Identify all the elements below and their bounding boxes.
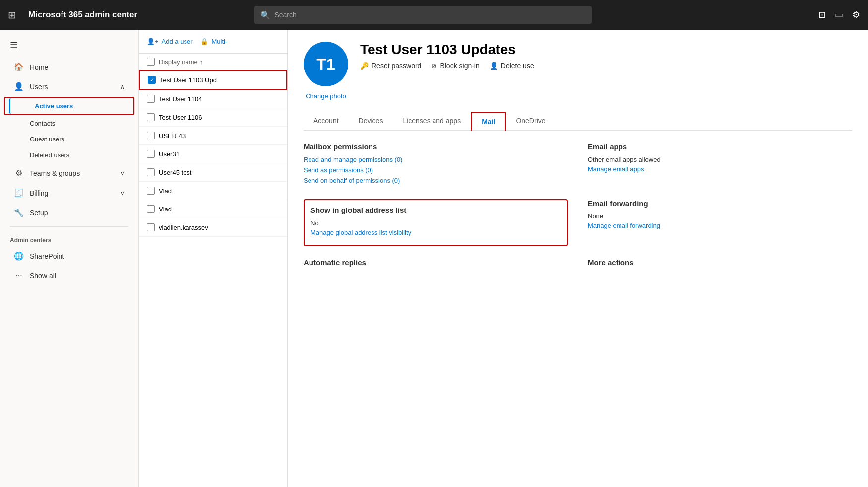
sidebar-item-show-all[interactable]: ··· Show all bbox=[4, 266, 134, 285]
user-checkbox[interactable] bbox=[147, 150, 155, 158]
sharepoint-icon: 🌐 bbox=[14, 251, 24, 261]
sort-icon: ↑ bbox=[200, 58, 203, 66]
user-row[interactable]: Vlad bbox=[139, 200, 287, 218]
sidebar-divider bbox=[10, 226, 128, 227]
global-address-title: Show in global address list bbox=[310, 206, 561, 214]
mailbox-permissions-title: Mailbox permissions bbox=[304, 142, 568, 151]
read-manage-link[interactable]: Read and manage permissions (0) bbox=[304, 156, 568, 163]
sidebar-group-teams[interactable]: ⚙ Teams & groups ∨ bbox=[4, 163, 134, 183]
global-address-section: Show in global address list No Manage gl… bbox=[304, 199, 568, 246]
email-forwarding-section: Email forwarding None Manage email forwa… bbox=[588, 199, 852, 246]
user-row[interactable]: Test User 1104 bbox=[139, 90, 287, 108]
terminal-icon[interactable]: ⊡ bbox=[818, 9, 826, 20]
user-checkbox[interactable] bbox=[147, 132, 155, 139]
mailbox-permissions-section: Mailbox permissions Read and manage perm… bbox=[304, 142, 568, 187]
display-name-header[interactable]: Display name ↑ bbox=[159, 58, 203, 66]
automatic-replies-section: Automatic replies bbox=[304, 258, 568, 272]
settings-icon[interactable]: ⚙ bbox=[852, 9, 860, 20]
manage-global-address-link[interactable]: Manage global address list visibility bbox=[310, 229, 561, 236]
tab-onedrive[interactable]: OneDrive bbox=[506, 112, 555, 131]
multi-button[interactable]: 🔒 Multi- bbox=[200, 36, 227, 47]
user-checkbox[interactable] bbox=[147, 223, 155, 231]
user-name: vladilen.karassev bbox=[159, 224, 208, 231]
admin-centers-label: Admin centers bbox=[0, 231, 138, 246]
tablet-icon[interactable]: ▭ bbox=[835, 9, 843, 20]
active-users-container: Active users bbox=[4, 97, 134, 115]
user-name: Vlad bbox=[159, 187, 172, 195]
email-forwarding-title: Email forwarding bbox=[588, 199, 852, 208]
waffle-icon[interactable]: ⊞ bbox=[8, 9, 16, 21]
topbar: ⊞ Microsoft 365 admin center 🔍 ⊡ ▭ ⚙ bbox=[0, 0, 868, 30]
more-icon: ··· bbox=[14, 271, 24, 280]
user-checkbox[interactable] bbox=[147, 168, 155, 176]
user-row[interactable]: ✓ Test User 1103 Upd bbox=[139, 70, 287, 90]
sidebar-billing-label: Billing bbox=[30, 189, 48, 197]
email-apps-title: Email apps bbox=[588, 142, 852, 151]
teams-icon: ⚙ bbox=[14, 168, 24, 178]
delete-user-icon: 👤 bbox=[490, 62, 498, 70]
user-checkbox[interactable] bbox=[147, 187, 155, 195]
content-area: 👤+ Add a user 🔒 Multi- Display name ↑ ✓ … bbox=[139, 30, 868, 487]
sidebar-item-home[interactable]: 🏠 Home bbox=[4, 57, 134, 76]
sidebar-teams-label: Teams & groups bbox=[30, 169, 80, 177]
user-name: Test User 1106 bbox=[159, 114, 202, 121]
billing-icon: 🧾 bbox=[14, 188, 24, 198]
send-behalf-link[interactable]: Send on behalf of permissions (0) bbox=[304, 177, 568, 184]
search-input[interactable] bbox=[274, 11, 586, 19]
user-row[interactable]: User45 test bbox=[139, 163, 287, 182]
more-actions-title: More actions bbox=[588, 258, 852, 267]
add-user-icon: 👤+ bbox=[147, 38, 159, 45]
sidebar-item-setup[interactable]: 🔧 Setup bbox=[4, 203, 134, 222]
sidebar-item-active-users[interactable]: Active users bbox=[9, 98, 129, 114]
lock-icon: 🔒 bbox=[200, 38, 208, 45]
reset-password-button[interactable]: 🔑 Reset password bbox=[360, 62, 421, 70]
user-row[interactable]: vladilen.karassev bbox=[139, 218, 287, 237]
key-icon: 🔑 bbox=[360, 62, 369, 70]
user-checkbox[interactable]: ✓ bbox=[148, 76, 156, 84]
sidebar-group-label: Users bbox=[30, 83, 48, 91]
sidebar-sharepoint-label: SharePoint bbox=[30, 252, 64, 260]
tab-devices[interactable]: Devices bbox=[349, 112, 393, 131]
user-row[interactable]: User31 bbox=[139, 145, 287, 163]
topbar-icons: ⊡ ▭ ⚙ bbox=[818, 9, 860, 20]
manage-email-forwarding-link[interactable]: Manage email forwarding bbox=[588, 222, 852, 229]
tab-account[interactable]: Account bbox=[304, 112, 349, 131]
select-all-checkbox[interactable] bbox=[147, 58, 155, 66]
detail-header: T1 Change photo Test User 1103 Updates 🔑… bbox=[304, 42, 852, 100]
delete-user-button[interactable]: 👤 Delete use bbox=[490, 62, 534, 70]
user-name: Vlad bbox=[159, 206, 172, 213]
search-box: 🔍 bbox=[254, 6, 592, 24]
main-layout: ☰ 🏠 Home 👤 Users ∧ Active users Contacts… bbox=[0, 30, 868, 487]
user-row[interactable]: Vlad bbox=[139, 182, 287, 200]
sidebar-group-users[interactable]: 👤 Users ∧ bbox=[4, 77, 134, 96]
sidebar-item-contacts[interactable]: Contacts bbox=[4, 116, 134, 131]
user-list-panel: 👤+ Add a user 🔒 Multi- Display name ↑ ✓ … bbox=[139, 30, 288, 487]
block-signin-button[interactable]: ⊘ Block sign-in bbox=[431, 62, 479, 70]
email-apps-description: Other email apps allowed bbox=[588, 156, 852, 163]
sidebar: ☰ 🏠 Home 👤 Users ∧ Active users Contacts… bbox=[0, 30, 139, 487]
tab-licenses-apps[interactable]: Licenses and apps bbox=[393, 112, 471, 131]
avatar: T1 bbox=[304, 42, 348, 86]
user-row[interactable]: Test User 1106 bbox=[139, 108, 287, 127]
sidebar-item-deleted-users[interactable]: Deleted users bbox=[4, 147, 134, 163]
user-checkbox[interactable] bbox=[147, 113, 155, 121]
hamburger-button[interactable]: ☰ bbox=[0, 34, 138, 57]
user-name: Test User 1103 Upd bbox=[160, 76, 217, 84]
user-checkbox[interactable] bbox=[147, 95, 155, 103]
users-icon: 👤 bbox=[14, 82, 24, 91]
add-user-button[interactable]: 👤+ Add a user bbox=[147, 36, 192, 47]
tab-mail[interactable]: Mail bbox=[471, 112, 506, 131]
sidebar-group-billing[interactable]: 🧾 Billing ∨ bbox=[4, 183, 134, 203]
user-list-toolbar: 👤+ Add a user 🔒 Multi- bbox=[139, 30, 287, 54]
user-row[interactable]: USER 43 bbox=[139, 127, 287, 145]
home-icon: 🏠 bbox=[14, 62, 24, 71]
user-checkbox[interactable] bbox=[147, 205, 155, 213]
chevron-up-icon: ∧ bbox=[120, 83, 124, 90]
sidebar-item-sharepoint[interactable]: 🌐 SharePoint bbox=[4, 246, 134, 266]
change-photo-link[interactable]: Change photo bbox=[306, 92, 346, 100]
user-list-header: Display name ↑ bbox=[139, 54, 287, 70]
send-as-link[interactable]: Send as permissions (0) bbox=[304, 166, 568, 174]
sidebar-item-guest-users[interactable]: Guest users bbox=[4, 132, 134, 147]
manage-email-apps-link[interactable]: Manage email apps bbox=[588, 165, 852, 173]
detail-user-name: Test User 1103 Updates bbox=[360, 42, 534, 58]
